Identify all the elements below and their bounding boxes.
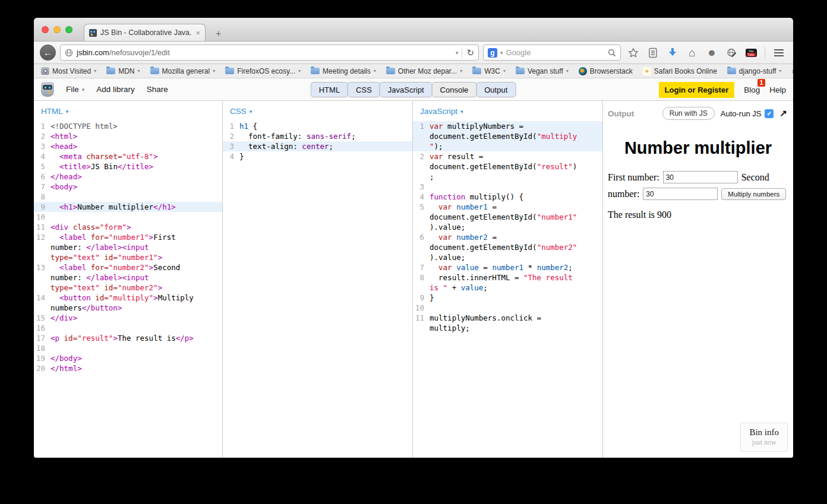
view-button-javascript[interactable]: JavaScript <box>380 82 433 97</box>
expand-output-icon[interactable]: ↗ <box>779 108 787 119</box>
javascript-code-line-7[interactable]: 7 var value = number1 * number2; <box>413 262 602 272</box>
bookmark-mozilla-general[interactable]: Mozilla general▾ <box>150 67 216 75</box>
output-panel: Output Run with JS Auto-run JS ✓ ↗ Numbe… <box>603 101 793 458</box>
javascript-panel-header[interactable]: JavaScript▾ <box>413 101 602 120</box>
url-dropdown-icon[interactable]: ▾ <box>456 50 459 56</box>
second-number-input[interactable] <box>643 188 718 200</box>
search-bar[interactable]: g ▾ Google <box>483 45 621 61</box>
file-menu[interactable]: File▾ <box>66 85 84 94</box>
reload-icon[interactable]: ↻ <box>462 47 474 58</box>
jsbin-logo-icon[interactable] <box>41 82 54 97</box>
javascript-code-line-2[interactable]: 2var result = document.getElementById("r… <box>413 151 602 182</box>
chat-icon[interactable]: ☻ <box>706 47 718 59</box>
html-code-line-9[interactable]: 9 <h1>Number multiplier</h1> <box>34 202 222 212</box>
html-code-line-20[interactable]: 20</html> <box>34 363 222 373</box>
javascript-code-line-9[interactable]: 9} <box>413 293 602 303</box>
html-code-line-13[interactable]: 13 <label for="number2">Second number: <… <box>34 262 222 293</box>
back-button[interactable]: ← <box>40 45 56 61</box>
bookmarks-overflow-chevron[interactable]: » <box>791 66 793 75</box>
html-code-line-6[interactable]: 6</head> <box>34 172 222 182</box>
css-code-line-1[interactable]: 1h1 { <box>223 121 412 131</box>
html-code-line-2[interactable]: 2<html> <box>34 131 222 141</box>
bookmark-safari-books-online[interactable]: »Safari Books Online <box>643 67 717 75</box>
html-code-line-14[interactable]: 14 <button id="multiply">Multiply number… <box>34 293 222 313</box>
magnifier-icon[interactable] <box>608 49 616 57</box>
css-code-line-3[interactable]: 3 text-align: center; <box>223 141 412 151</box>
view-button-css[interactable]: CSS <box>348 82 380 97</box>
css-code-editor[interactable]: 1h1 {2 font-family: sans-serif;3 text-al… <box>223 120 412 161</box>
blog-link[interactable]: Blog1 <box>744 85 760 94</box>
javascript-code-line-10[interactable]: 10 <box>413 303 602 313</box>
chevron-down-icon: ▾ <box>374 68 376 74</box>
bookmark-vegan-stuff[interactable]: Vegan stuff▾ <box>516 67 569 75</box>
html-code-line-7[interactable]: 7<body> <box>34 182 222 192</box>
autorun-checkbox[interactable]: ✓ <box>765 109 774 118</box>
bin-info-box[interactable]: Bin info just now <box>740 423 788 452</box>
html-code-line-16[interactable]: 16 <box>34 323 222 333</box>
html-code-line-1[interactable]: 1<!DOCTYPE html> <box>34 121 222 131</box>
run-with-js-button[interactable]: Run with JS <box>662 107 715 120</box>
javascript-code-line-3[interactable]: 3 <box>413 182 602 192</box>
minimize-window-button[interactable] <box>53 26 61 33</box>
javascript-code-line-1[interactable]: 1var multiplyNumbers = document.getEleme… <box>413 121 602 151</box>
html-panel-header[interactable]: HTML▾ <box>34 101 222 120</box>
javascript-code-editor[interactable]: 1var multiplyNumbers = document.getEleme… <box>413 120 602 333</box>
add-library-menu[interactable]: Add library <box>96 85 135 94</box>
bookmark-meeting-details[interactable]: Meeting details▾ <box>311 67 376 75</box>
html-code-line-5[interactable]: 5 <title>JS Bin</title> <box>34 161 222 172</box>
line-number: 12 <box>34 232 50 262</box>
chevron-down-icon: ▾ <box>94 68 96 74</box>
view-button-output[interactable]: Output <box>476 82 516 97</box>
html-code-line-4[interactable]: 4 <meta charset="utf-8"> <box>34 151 222 161</box>
share-menu[interactable]: Share <box>147 85 168 94</box>
view-button-console[interactable]: Console <box>432 82 477 97</box>
bookmarks-sidebar-icon[interactable] <box>647 47 659 59</box>
html-code-line-10[interactable]: 10 <box>34 212 222 222</box>
close-window-button[interactable] <box>42 26 49 33</box>
html-code-line-3[interactable]: 3<head> <box>34 141 222 151</box>
help-link[interactable]: Help <box>769 85 786 94</box>
html-code-editor[interactable]: 1<!DOCTYPE html>2<html>3<head>4 <meta ch… <box>34 120 222 373</box>
youtube-icon[interactable]: YouTube <box>745 47 757 59</box>
bookmark-other-moz-depar[interactable]: Other Moz depar...▾ <box>386 67 462 75</box>
tab-close-icon[interactable]: × <box>195 28 200 37</box>
bookmark-firefoxos-ecosy[interactable]: FirefoxOS ecosy...▾ <box>225 67 301 75</box>
css-code-line-4[interactable]: 4} <box>223 151 412 161</box>
download-icon[interactable] <box>667 47 678 59</box>
bookmark-mdn[interactable]: MDN▾ <box>106 67 140 75</box>
css-panel-header[interactable]: CSS▾ <box>223 101 412 120</box>
javascript-code-line-8[interactable]: 8 result.innerHTML = "The result is " + … <box>413 272 602 293</box>
javascript-code-line-5[interactable]: 5 var number1 = document.getElementById(… <box>413 202 602 232</box>
new-tab-button[interactable]: + <box>212 28 225 39</box>
html-code-line-19[interactable]: 19</body> <box>34 353 222 363</box>
titlebar[interactable]: JS Bin - Collaborative Java... × + <box>34 18 793 42</box>
javascript-code-line-4[interactable]: 4function multiply() { <box>413 192 602 202</box>
home-icon[interactable]: ⌂ <box>686 47 698 59</box>
extension-globe-icon[interactable] <box>725 47 737 59</box>
html-code-line-18[interactable]: 18 <box>34 343 222 353</box>
first-number-input[interactable] <box>663 171 738 183</box>
menu-icon[interactable] <box>773 47 785 59</box>
login-register-button[interactable]: Login or Register <box>659 82 735 98</box>
multiply-numbers-button[interactable]: Multiply numbers <box>721 188 786 200</box>
javascript-code-line-11[interactable]: 11multiplyNumbers.onclick = multiply; <box>413 313 602 333</box>
javascript-code-line-6[interactable]: 6 var number2 = document.getElementById(… <box>413 232 602 262</box>
bookmark-most-visited[interactable]: Most Visited▾ <box>41 67 96 75</box>
html-code-line-17[interactable]: 17<p id="result">The result is</p> <box>34 333 222 343</box>
css-code-line-2[interactable]: 2 font-family: sans-serif; <box>223 131 412 141</box>
html-code-line-12[interactable]: 12 <label for="number1">First number: </… <box>34 232 222 262</box>
url-bar[interactable]: jsbin.com/nefosuvoje/1/edit ▾ ↻ <box>60 45 479 61</box>
search-engine-dropdown-icon[interactable]: ▾ <box>500 50 503 56</box>
html-code-line-8[interactable]: 8 <box>34 192 222 202</box>
zoom-window-button[interactable] <box>65 26 72 33</box>
html-code-line-15[interactable]: 15</div> <box>34 313 222 323</box>
bookmark-django-stuff[interactable]: django-stuff▾ <box>727 67 782 75</box>
bookmark-label: Vegan stuff <box>528 67 563 75</box>
view-button-html[interactable]: HTML <box>311 82 348 97</box>
star-icon[interactable] <box>627 47 639 59</box>
browser-tab[interactable]: JS Bin - Collaborative Java... × <box>84 24 206 41</box>
globe-icon <box>65 49 73 57</box>
bookmark-w3c[interactable]: W3C▾ <box>472 67 506 75</box>
bookmark-browserstack[interactable]: Browserstack <box>579 67 633 75</box>
html-code-line-11[interactable]: 11<div class="form"> <box>34 222 222 232</box>
